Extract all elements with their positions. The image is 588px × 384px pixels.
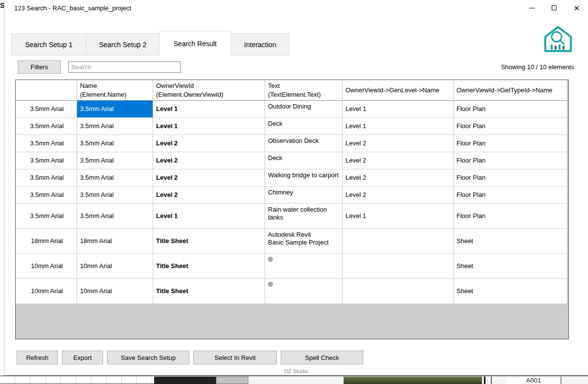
cell-type_name[interactable]: Floor Plan bbox=[454, 187, 567, 204]
cell-row_header[interactable]: 3.5mm Arial bbox=[16, 101, 77, 118]
cell-owner_view[interactable]: Title Sheet bbox=[153, 279, 265, 304]
cell-text[interactable]: Deck bbox=[265, 118, 343, 135]
minimize-button[interactable] bbox=[520, 0, 543, 16]
maximize-button[interactable] bbox=[543, 0, 565, 16]
tab-search-setup-2[interactable]: Search Setup 2 bbox=[86, 33, 160, 55]
cell-text[interactable]: ® bbox=[265, 254, 343, 279]
sheet-number-label: A001 bbox=[507, 377, 561, 384]
background-gray-fragment bbox=[216, 377, 248, 384]
cell-gen_level[interactable]: Level 2 bbox=[343, 187, 454, 204]
cell-row_header[interactable]: 3.5mm Arial bbox=[16, 204, 77, 229]
cell-owner_view[interactable]: Level 1 bbox=[153, 101, 265, 118]
cell-type_name[interactable]: Floor Plan bbox=[454, 135, 567, 152]
cell-row_header[interactable]: 10mm Arial bbox=[16, 254, 77, 279]
tab-search-setup-1[interactable]: Search Setup 1 bbox=[11, 33, 86, 55]
column-header-ownerviewid[interactable]: OwnerViewId (Element.OwnerViewId) bbox=[153, 80, 265, 101]
cell-row_header[interactable]: 3.5mm Arial bbox=[16, 169, 77, 187]
cell-row_header[interactable]: 3.5mm Arial bbox=[16, 152, 77, 169]
cell-type_name[interactable]: Sheet bbox=[454, 254, 567, 279]
cell-gen_level[interactable]: Level 1 bbox=[343, 101, 454, 118]
cell-name[interactable]: 3.5mm Arial bbox=[77, 187, 153, 204]
showing-count-label: Showing 10 / 10 elements bbox=[501, 63, 574, 71]
cell-owner_view[interactable]: Title Sheet bbox=[153, 229, 265, 254]
cell-name[interactable]: 10mm Arial bbox=[77, 254, 153, 279]
cell-gen_level[interactable] bbox=[343, 229, 454, 254]
cell-gen_level[interactable]: Level 1 bbox=[343, 118, 454, 135]
filters-button[interactable]: Filters bbox=[18, 60, 61, 74]
save-search-setup-button[interactable]: Save Search Setup bbox=[107, 351, 189, 364]
cell-owner_view[interactable]: Level 2 bbox=[153, 169, 265, 187]
cell-text[interactable]: Observation Deck bbox=[265, 135, 343, 152]
column-header-line: Name bbox=[80, 82, 151, 90]
column-header-genlevel-name[interactable]: OwnerViewId->GenLevel->Name bbox=[343, 80, 454, 101]
cell-type_name[interactable]: Sheet bbox=[454, 279, 567, 304]
tab-label: Interaction bbox=[244, 41, 276, 49]
table-row: 10mm Arial10mm ArialTitle Sheet®Sheet bbox=[16, 279, 568, 304]
cell-row_header[interactable]: 10mm Arial bbox=[16, 279, 77, 304]
cell-name[interactable]: 3.5mm Arial bbox=[77, 169, 153, 187]
cell-name[interactable]: 18mm Arial bbox=[77, 229, 153, 254]
screen: S A001 123 Search - RAC_basic_sample_pro… bbox=[0, 0, 588, 384]
cell-text[interactable]: Outdoor Dining bbox=[265, 101, 343, 118]
cell-name[interactable]: 3.5mm Arial bbox=[77, 152, 153, 169]
table-header-row: Name (Element.Name) OwnerViewId (Element… bbox=[16, 80, 568, 101]
refresh-button[interactable]: Refresh bbox=[17, 351, 58, 364]
cell-text[interactable]: Walking bridge to carport bbox=[265, 169, 343, 187]
cell-gen_level[interactable]: Level 1 bbox=[343, 204, 454, 229]
cell-text[interactable]: ® bbox=[265, 279, 343, 304]
tab-interaction[interactable]: Interaction bbox=[231, 33, 290, 55]
export-button[interactable]: Export bbox=[62, 351, 103, 364]
cell-owner_view[interactable]: Level 1 bbox=[153, 118, 265, 135]
cell-type_name[interactable]: Floor Plan bbox=[454, 101, 567, 118]
cell-name[interactable]: 3.5mm Arial bbox=[77, 101, 153, 118]
column-header-name[interactable]: Name (Element.Name) bbox=[77, 80, 153, 101]
cell-text[interactable]: Rain water collection tanks bbox=[265, 204, 343, 229]
cell-gen_level[interactable]: Level 2 bbox=[343, 152, 454, 169]
cell-gen_level[interactable]: Level 2 bbox=[343, 169, 454, 187]
cell-name[interactable]: 3.5mm Arial bbox=[77, 118, 153, 135]
cell-owner_view[interactable]: Level 2 bbox=[153, 152, 265, 169]
column-header-line: Text bbox=[268, 82, 341, 90]
cell-text[interactable]: Autodesk Revit Basic Sample Project bbox=[265, 229, 343, 254]
cell-owner_view[interactable]: Level 1 bbox=[153, 204, 265, 229]
background-divider bbox=[561, 377, 561, 384]
title-bar: 123 Search - RAC_basic_sample_project ✕ bbox=[4, 0, 588, 16]
close-button[interactable]: ✕ bbox=[565, 0, 588, 16]
cell-row_header[interactable]: 18mm Arial bbox=[16, 229, 77, 254]
tab-label: Search Result bbox=[174, 40, 217, 48]
cell-name[interactable]: 3.5mm Arial bbox=[77, 135, 153, 152]
cell-row_header[interactable]: 3.5mm Arial bbox=[16, 118, 77, 135]
background-text-fragment: S bbox=[0, 1, 4, 9]
cell-gen_level[interactable] bbox=[343, 254, 454, 279]
cell-text[interactable]: Chimney bbox=[265, 187, 343, 204]
cell-type_name[interactable]: Sheet bbox=[454, 229, 567, 254]
cell-owner_view[interactable]: Title Sheet bbox=[153, 254, 265, 279]
cell-gen_level[interactable]: Level 2 bbox=[343, 135, 454, 152]
search-input[interactable] bbox=[68, 61, 181, 73]
cell-type_name[interactable]: Floor Plan bbox=[454, 169, 567, 187]
cell-owner_view[interactable]: Level 2 bbox=[153, 135, 265, 152]
cell-gen_level[interactable] bbox=[343, 279, 454, 304]
spell-check-button[interactable]: Spell Check bbox=[281, 351, 363, 364]
table-row: 3.5mm Arial3.5mm ArialLevel 2Observation… bbox=[16, 135, 568, 152]
cell-type_name[interactable]: Floor Plan bbox=[454, 152, 567, 169]
cell-type_name[interactable]: Floor Plan bbox=[454, 204, 567, 229]
cell-row_header[interactable]: 3.5mm Arial bbox=[16, 187, 77, 204]
cell-text[interactable]: Deck bbox=[265, 152, 343, 169]
results-table-body: 3.5mm Arial3.5mm ArialLevel 1Outdoor Din… bbox=[16, 101, 568, 304]
cell-owner_view[interactable]: Level 2 bbox=[153, 187, 265, 204]
column-header-text[interactable]: Text (TextElement.Text) bbox=[265, 80, 343, 101]
tab-label: Search Setup 2 bbox=[99, 41, 147, 49]
minimize-icon bbox=[529, 8, 535, 8]
cell-type_name[interactable]: Floor Plan bbox=[454, 118, 567, 135]
background-table-fragment bbox=[0, 377, 154, 384]
tab-search-result[interactable]: Search Result bbox=[159, 31, 231, 55]
table-row: 3.5mm Arial3.5mm ArialLevel 2Walking bri… bbox=[16, 169, 568, 187]
cell-row_header[interactable]: 3.5mm Arial bbox=[16, 135, 77, 152]
cell-name[interactable]: 10mm Arial bbox=[77, 279, 153, 304]
cell-name[interactable]: 3.5mm Arial bbox=[77, 204, 153, 229]
column-header-gettypeid-name[interactable]: OwnerViewId->GetTypeId->Name bbox=[454, 80, 567, 101]
select-in-revit-button[interactable]: Select In Revit bbox=[193, 351, 277, 364]
window-title: 123 Search - RAC_basic_sample_project bbox=[14, 4, 131, 12]
column-header-rowheader[interactable] bbox=[16, 80, 77, 101]
